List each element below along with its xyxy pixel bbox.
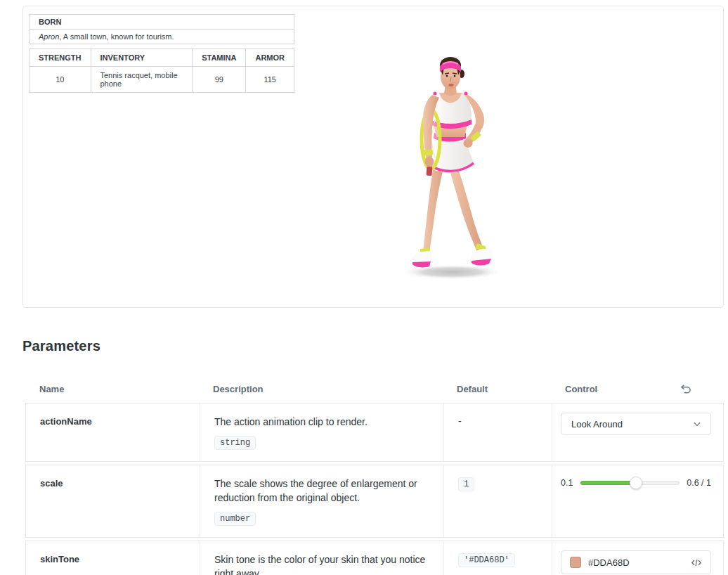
slider-thumb[interactable]: [630, 477, 642, 489]
arg-name: actionName: [40, 416, 92, 427]
table-row-skinTone: skinTone Skin tone is the color of your …: [25, 541, 724, 575]
table-row-scale: scale The scale shows the degree of enla…: [25, 465, 724, 538]
column-header-default: Default: [443, 384, 551, 394]
slider-min-label: 0.1: [561, 478, 573, 488]
args-table: Name Description Default Control actionN…: [25, 377, 724, 575]
stats-value-strength: 10: [30, 67, 91, 93]
skinTone-color-input[interactable]: #DDA68D: [561, 550, 711, 574]
reset-controls-button[interactable]: [679, 382, 693, 396]
column-header-description: Description: [199, 384, 443, 394]
stats-table: STRENGTH INVENTORY STAMINA ARMOR 10 Tenn…: [29, 49, 294, 93]
stats-header-stamina: STAMINA: [193, 49, 246, 67]
table-row-actionName: actionName The action animation clip to …: [25, 403, 724, 462]
scale-slider: 0.1 0.6 / 1: [561, 478, 711, 488]
stats-value-armor: 115: [246, 67, 294, 93]
arg-type-badge: number: [214, 512, 256, 526]
stats-header-strength: STRENGTH: [30, 49, 91, 67]
born-header: BORN: [30, 15, 294, 30]
born-description-text: , A small town, known for tourism.: [59, 32, 174, 41]
column-header-name: Name: [25, 384, 199, 394]
slider-track[interactable]: [580, 481, 680, 485]
arg-description: Skin tone is the color of your skin that…: [214, 553, 429, 575]
args-table-header: Name Description Default Control: [25, 377, 724, 403]
slider-fill: [580, 481, 635, 485]
born-description: Apron, A small town, known for tourism.: [30, 30, 294, 44]
arg-default-value: -: [458, 415, 462, 427]
color-swatch[interactable]: [570, 557, 581, 568]
stats-value-stamina: 99: [193, 67, 246, 93]
color-value: #DDA68D: [588, 557, 630, 568]
arg-description: The action animation clip to render.: [214, 415, 429, 429]
chevron-down-icon: [694, 422, 701, 427]
arg-name: scale: [40, 478, 63, 489]
slider-value-label: 0.6 / 1: [687, 478, 711, 488]
actionName-select-value: Look Around: [571, 419, 623, 429]
stats-value-inventory: Tennis racquet, mobile phone: [91, 67, 193, 93]
stats-header-inventory: INVENTORY: [91, 49, 193, 67]
arg-default-badge: 1: [458, 477, 474, 491]
tennis-player-figure: [353, 47, 550, 290]
code-toggle-icon[interactable]: [691, 557, 702, 568]
stats-header-armor: ARMOR: [246, 49, 294, 67]
story-preview-panel: BORN Apron, A small town, known for tour…: [22, 6, 724, 308]
parameters-heading: Parameters: [22, 338, 100, 354]
column-header-control: Control: [551, 384, 724, 394]
born-place: Apron: [39, 32, 59, 41]
character-3d-viewport[interactable]: [353, 47, 550, 290]
arg-default-badge: '#DDA68D': [458, 553, 515, 567]
born-table: BORN Apron, A small town, known for tour…: [29, 14, 294, 44]
arg-description: The scale shows the degree of enlargemen…: [214, 477, 429, 505]
actionName-select[interactable]: Look Around: [561, 413, 711, 435]
character-doc-tables: BORN Apron, A small town, known for tour…: [29, 14, 294, 93]
arg-type-badge: string: [214, 436, 256, 450]
arg-name: skinTone: [40, 554, 79, 564]
reset-controls-icon: [680, 382, 692, 395]
